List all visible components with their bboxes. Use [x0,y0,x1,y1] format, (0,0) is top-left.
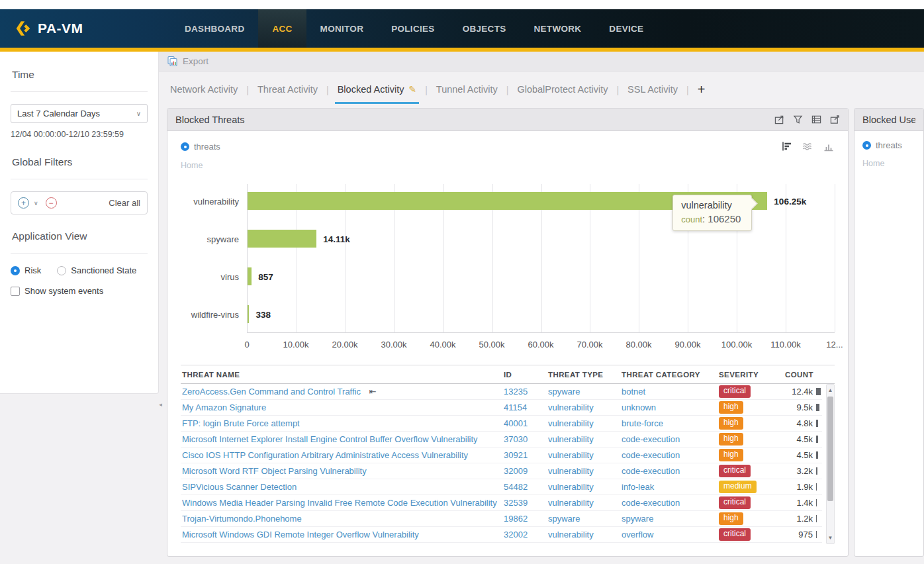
threat-id-link[interactable]: 13235∨ [504,387,548,397]
export-button[interactable]: Export [167,56,208,67]
column-header-threat-type[interactable]: THREAT TYPE [548,371,622,379]
threat-name-link[interactable]: Microsoft Word RTF Object Parsing Vulner… [181,466,504,476]
export-widget-icon[interactable] [830,115,840,124]
threat-id-link[interactable]: 40001 [504,418,548,428]
nav-item-device[interactable]: DEVICE [595,9,657,48]
table-scrollbar[interactable]: ▲ ▼ [826,384,835,544]
threat-type-link[interactable]: vulnerability [548,402,622,412]
chart-bar-virus[interactable] [248,267,252,285]
radio-checked-icon[interactable] [11,266,20,275]
threat-category-link[interactable]: code-execution [622,466,719,476]
nav-item-dashboard[interactable]: DASHBOARD [171,9,258,48]
threat-name-link[interactable]: ZeroAccess.Gen Command and Control Traff… [181,387,504,397]
maximize-widget-icon[interactable] [774,115,784,124]
breadcrumb[interactable]: Home [862,159,915,168]
threat-type-link[interactable]: vulnerability [548,530,622,540]
sidebar-collapse-handle[interactable]: ◂ [157,396,164,413]
clear-all-filters-link[interactable]: Clear all [109,198,140,208]
column-header-threat-category[interactable]: THREAT CATEGORY [622,371,719,379]
scroll-up-icon[interactable]: ▲ [827,387,834,393]
threats-radio-icon[interactable] [181,142,189,151]
column-header-severity[interactable]: SEVERITY [719,371,785,379]
threat-type-link[interactable]: vulnerability [548,466,622,476]
threat-name-link[interactable]: Windows Media Header Parsing Invalid Fre… [181,498,504,508]
threat-id-link[interactable]: 32002 [504,530,548,540]
threat-category-link[interactable]: brute-force [622,418,719,428]
threat-type-link[interactable]: vulnerability [548,434,622,444]
nav-item-monitor[interactable]: MONITOR [306,9,378,48]
scroll-down-icon[interactable]: ▼ [827,535,834,541]
threat-id-link[interactable]: 54482 [504,482,548,492]
show-system-events-option[interactable]: Show system events [11,286,148,296]
table-row[interactable]: FTP: login Brute Force attempt40001vulne… [181,416,822,432]
tab-network-activity[interactable]: Network Activity [167,74,240,106]
column-header-threat-name[interactable]: THREAT NAME [181,371,504,379]
threat-type-link[interactable]: vulnerability [548,450,622,460]
table-row[interactable]: My Amazon Signature41154vulnerabilityunk… [181,400,822,416]
table-row[interactable]: Microsoft Internet Explorer Install Engi… [181,432,822,447]
tab-ssl-activity[interactable]: SSL Activity [625,74,680,106]
radio-unchecked-icon[interactable] [57,266,66,275]
threat-id-link[interactable]: 37030 [504,434,548,444]
area-chart-icon[interactable] [802,140,814,152]
threat-name-link[interactable]: SIPVicious Scanner Detection [181,482,504,492]
threat-id-link[interactable]: 41154 [504,402,548,412]
column-chart-icon[interactable] [823,140,835,152]
table-row[interactable]: SIPVicious Scanner Detection54482vulnera… [181,479,822,495]
table-row[interactable]: Cisco IOS HTTP Configuration Arbitrary A… [181,447,822,463]
threat-name-link[interactable]: Cisco IOS HTTP Configuration Arbitrary A… [181,450,504,460]
nav-item-objects[interactable]: OBJECTS [449,9,520,48]
risk-radio-option[interactable]: Risk [11,265,41,275]
checkbox-icon[interactable] [11,287,20,296]
threat-id-link[interactable]: 32539 [504,498,548,508]
threat-id-link[interactable]: 30921 [504,450,548,460]
tab-blocked-activity[interactable]: Blocked Activity✎ [335,74,419,106]
chart-bar-wildfire-virus[interactable] [248,305,249,323]
column-header-count[interactable]: COUNT [785,371,813,379]
breadcrumb[interactable]: Home [181,161,835,170]
threat-id-link[interactable]: 19862 [504,514,548,524]
scrollbar-thumb[interactable] [827,397,833,501]
threat-category-link[interactable]: unknown [622,402,719,412]
threat-type-link[interactable]: vulnerability [548,498,622,508]
threat-category-link[interactable]: botnet [622,387,719,397]
chart-bar-spyware[interactable] [248,230,316,248]
chevron-down-icon[interactable]: ∨ [34,200,38,207]
tab-tunnel-activity[interactable]: Tunnel Activity [434,74,500,106]
threat-name-link[interactable]: FTP: login Brute Force attempt [181,418,504,428]
tab-globalprotect-activity[interactable]: GlobalProtect Activity [514,74,610,106]
table-row[interactable]: Windows Media Header Parsing Invalid Fre… [181,495,822,511]
threat-category-link[interactable]: code-execution [622,450,719,460]
threat-name-link[interactable]: Microsoft Windows GDI Remote Integer Ove… [181,530,504,540]
horizontal-bar-chart-icon[interactable] [781,140,793,152]
threat-type-link[interactable]: vulnerability [548,482,622,492]
table-view-icon[interactable] [811,115,821,124]
column-header-id[interactable]: ID [504,371,548,379]
threat-type-link[interactable]: vulnerability [548,418,622,428]
threat-category-link[interactable]: info-leak [622,482,719,492]
add-tab-button[interactable]: + [696,82,707,97]
threat-type-link[interactable]: spyware [548,387,622,397]
tab-threat-activity[interactable]: Threat Activity [255,74,320,106]
table-row[interactable]: Microsoft Word RTF Object Parsing Vulner… [181,463,822,479]
filter-icon[interactable] [793,115,803,124]
threat-name-link[interactable]: My Amazon Signature [181,402,504,412]
threat-category-link[interactable]: code-execution [622,498,719,508]
time-range-select[interactable]: Last 7 Calendar Days ∨ [11,104,148,123]
threat-id-link[interactable]: 32009 [504,466,548,476]
remove-filter-button[interactable]: − [46,197,57,209]
threat-category-link[interactable]: spyware [622,514,719,524]
threats-radio-icon[interactable] [862,141,871,150]
table-row[interactable]: ZeroAccess.Gen Command and Control Traff… [181,384,822,400]
table-row[interactable]: Trojan-Virtumondo.Phonehome19862spywares… [181,511,822,527]
nav-item-acc[interactable]: ACC [258,9,306,48]
threat-type-link[interactable]: spyware [548,514,622,524]
sanctioned-state-radio-option[interactable]: Sanctioned State [57,265,136,275]
nav-item-policies[interactable]: POLICIES [377,9,448,48]
edit-tab-pencil-icon[interactable]: ✎ [408,84,416,95]
nav-item-network[interactable]: NETWORK [520,9,596,48]
table-row[interactable]: Microsoft Windows GDI Remote Integer Ove… [181,527,822,543]
threat-category-link[interactable]: overflow [622,530,719,540]
threat-name-link[interactable]: Trojan-Virtumondo.Phonehome [181,514,504,524]
threat-category-link[interactable]: code-execution [622,434,719,444]
